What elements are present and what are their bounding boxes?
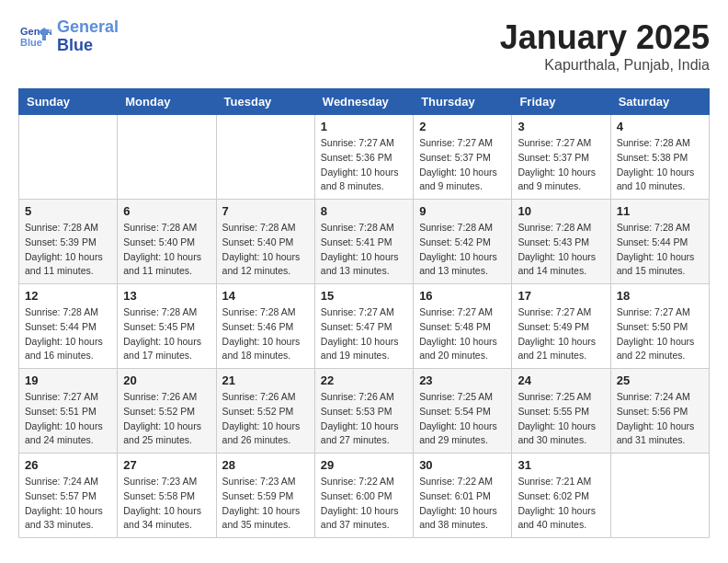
day-number: 10 [518, 204, 604, 218]
calendar-cell: 13Sunrise: 7:28 AM Sunset: 5:45 PM Dayli… [118, 284, 216, 369]
day-number: 23 [419, 373, 506, 387]
day-number: 25 [617, 373, 703, 387]
calendar-cell: 2Sunrise: 7:27 AM Sunset: 5:37 PM Daylig… [414, 115, 512, 200]
calendar-cell [118, 115, 216, 200]
header-cell-tuesday: Tuesday [216, 89, 314, 115]
day-info: Sunrise: 7:23 AM Sunset: 5:59 PM Dayligh… [222, 475, 309, 533]
day-number: 13 [123, 289, 210, 303]
calendar-subtitle: Kapurthala, Punjab, India [500, 57, 710, 74]
calendar-cell: 10Sunrise: 7:28 AM Sunset: 5:43 PM Dayli… [512, 200, 610, 284]
day-info: Sunrise: 7:28 AM Sunset: 5:46 PM Dayligh… [222, 305, 309, 363]
calendar-cell: 5Sunrise: 7:28 AM Sunset: 5:39 PM Daylig… [19, 200, 118, 284]
calendar-cell: 19Sunrise: 7:27 AM Sunset: 5:51 PM Dayli… [19, 369, 118, 454]
day-number: 11 [617, 204, 703, 218]
header-cell-thursday: Thursday [414, 89, 512, 115]
day-number: 22 [321, 373, 407, 387]
calendar-cell: 17Sunrise: 7:27 AM Sunset: 5:49 PM Dayli… [512, 284, 610, 369]
day-number: 5 [25, 204, 111, 218]
calendar-cell: 16Sunrise: 7:27 AM Sunset: 5:48 PM Dayli… [414, 284, 512, 369]
day-info: Sunrise: 7:27 AM Sunset: 5:37 PM Dayligh… [419, 136, 506, 194]
day-info: Sunrise: 7:27 AM Sunset: 5:51 PM Dayligh… [25, 390, 111, 448]
day-info: Sunrise: 7:28 AM Sunset: 5:45 PM Dayligh… [123, 305, 210, 363]
logo-text: GeneralBlue [57, 18, 119, 55]
calendar-cell: 11Sunrise: 7:28 AM Sunset: 5:44 PM Dayli… [610, 200, 709, 284]
calendar-cell: 4Sunrise: 7:28 AM Sunset: 5:38 PM Daylig… [610, 115, 709, 200]
day-info: Sunrise: 7:27 AM Sunset: 5:49 PM Dayligh… [518, 305, 604, 363]
day-info: Sunrise: 7:27 AM Sunset: 5:37 PM Dayligh… [518, 136, 604, 194]
day-info: Sunrise: 7:26 AM Sunset: 5:52 PM Dayligh… [222, 390, 309, 448]
calendar-cell: 15Sunrise: 7:27 AM Sunset: 5:47 PM Dayli… [314, 284, 413, 369]
calendar-cell: 26Sunrise: 7:24 AM Sunset: 5:57 PM Dayli… [19, 454, 118, 538]
day-info: Sunrise: 7:21 AM Sunset: 6:02 PM Dayligh… [518, 475, 604, 533]
day-number: 21 [222, 373, 309, 387]
calendar-cell: 7Sunrise: 7:28 AM Sunset: 5:40 PM Daylig… [216, 200, 314, 284]
day-info: Sunrise: 7:28 AM Sunset: 5:38 PM Dayligh… [617, 136, 703, 194]
day-info: Sunrise: 7:22 AM Sunset: 6:00 PM Dayligh… [321, 475, 407, 533]
day-info: Sunrise: 7:22 AM Sunset: 6:01 PM Dayligh… [419, 475, 506, 533]
day-number: 7 [222, 204, 309, 218]
header-cell-friday: Friday [512, 89, 610, 115]
day-info: Sunrise: 7:23 AM Sunset: 5:58 PM Dayligh… [123, 475, 210, 533]
day-number: 28 [222, 458, 309, 472]
calendar-header: SundayMondayTuesdayWednesdayThursdayFrid… [19, 89, 710, 115]
calendar-cell: 29Sunrise: 7:22 AM Sunset: 6:00 PM Dayli… [314, 454, 413, 538]
day-info: Sunrise: 7:24 AM Sunset: 5:56 PM Dayligh… [617, 390, 703, 448]
svg-text:Blue: Blue [20, 37, 42, 48]
day-info: Sunrise: 7:28 AM Sunset: 5:40 PM Dayligh… [123, 221, 210, 279]
day-number: 29 [321, 458, 407, 472]
day-number: 26 [25, 458, 111, 472]
calendar-cell: 27Sunrise: 7:23 AM Sunset: 5:58 PM Dayli… [118, 454, 216, 538]
day-info: Sunrise: 7:28 AM Sunset: 5:42 PM Dayligh… [419, 221, 506, 279]
day-number: 31 [518, 458, 604, 472]
day-number: 3 [518, 120, 604, 133]
day-number: 8 [321, 204, 407, 218]
calendar-cell: 21Sunrise: 7:26 AM Sunset: 5:52 PM Dayli… [216, 369, 314, 454]
calendar-cell: 25Sunrise: 7:24 AM Sunset: 5:56 PM Dayli… [610, 369, 709, 454]
calendar-table: SundayMondayTuesdayWednesdayThursdayFrid… [18, 88, 710, 538]
logo: General Blue GeneralBlue [18, 18, 119, 55]
day-info: Sunrise: 7:26 AM Sunset: 5:53 PM Dayligh… [321, 390, 407, 448]
day-number: 24 [518, 373, 604, 387]
day-number: 15 [321, 289, 407, 303]
calendar-cell: 9Sunrise: 7:28 AM Sunset: 5:42 PM Daylig… [414, 200, 512, 284]
day-number: 9 [419, 204, 506, 218]
calendar-cell [610, 454, 709, 538]
day-number: 19 [25, 373, 111, 387]
calendar-cell: 20Sunrise: 7:26 AM Sunset: 5:52 PM Dayli… [118, 369, 216, 454]
header-cell-monday: Monday [118, 89, 216, 115]
day-number: 30 [419, 458, 506, 472]
calendar-cell: 1Sunrise: 7:27 AM Sunset: 5:36 PM Daylig… [314, 115, 413, 200]
header-cell-saturday: Saturday [610, 89, 709, 115]
logo-icon: General Blue [18, 20, 51, 53]
page-header: General Blue GeneralBlue January 2025 Ka… [18, 18, 710, 74]
calendar-cell: 22Sunrise: 7:26 AM Sunset: 5:53 PM Dayli… [314, 369, 413, 454]
day-info: Sunrise: 7:27 AM Sunset: 5:48 PM Dayligh… [419, 305, 506, 363]
calendar-cell: 30Sunrise: 7:22 AM Sunset: 6:01 PM Dayli… [414, 454, 512, 538]
calendar-cell: 24Sunrise: 7:25 AM Sunset: 5:55 PM Dayli… [512, 369, 610, 454]
calendar-week-3: 12Sunrise: 7:28 AM Sunset: 5:44 PM Dayli… [19, 284, 710, 369]
day-info: Sunrise: 7:27 AM Sunset: 5:47 PM Dayligh… [321, 305, 407, 363]
calendar-week-4: 19Sunrise: 7:27 AM Sunset: 5:51 PM Dayli… [19, 369, 710, 454]
calendar-week-2: 5Sunrise: 7:28 AM Sunset: 5:39 PM Daylig… [19, 200, 710, 284]
day-number: 16 [419, 289, 506, 303]
title-block: January 2025 Kapurthala, Punjab, India [500, 18, 710, 74]
calendar-cell: 3Sunrise: 7:27 AM Sunset: 5:37 PM Daylig… [512, 115, 610, 200]
day-info: Sunrise: 7:25 AM Sunset: 5:54 PM Dayligh… [419, 390, 506, 448]
calendar-week-1: 1Sunrise: 7:27 AM Sunset: 5:36 PM Daylig… [19, 115, 710, 200]
day-number: 1 [321, 120, 407, 133]
calendar-cell: 12Sunrise: 7:28 AM Sunset: 5:44 PM Dayli… [19, 284, 118, 369]
calendar-cell: 14Sunrise: 7:28 AM Sunset: 5:46 PM Dayli… [216, 284, 314, 369]
calendar-cell [216, 115, 314, 200]
day-info: Sunrise: 7:28 AM Sunset: 5:44 PM Dayligh… [25, 305, 111, 363]
calendar-week-5: 26Sunrise: 7:24 AM Sunset: 5:57 PM Dayli… [19, 454, 710, 538]
day-number: 20 [123, 373, 210, 387]
day-number: 12 [25, 289, 111, 303]
header-row: SundayMondayTuesdayWednesdayThursdayFrid… [19, 89, 710, 115]
day-info: Sunrise: 7:28 AM Sunset: 5:40 PM Dayligh… [222, 221, 309, 279]
day-info: Sunrise: 7:27 AM Sunset: 5:36 PM Dayligh… [321, 136, 407, 194]
calendar-cell [19, 115, 118, 200]
day-number: 27 [123, 458, 210, 472]
day-info: Sunrise: 7:28 AM Sunset: 5:43 PM Dayligh… [518, 221, 604, 279]
day-number: 14 [222, 289, 309, 303]
day-info: Sunrise: 7:26 AM Sunset: 5:52 PM Dayligh… [123, 390, 210, 448]
